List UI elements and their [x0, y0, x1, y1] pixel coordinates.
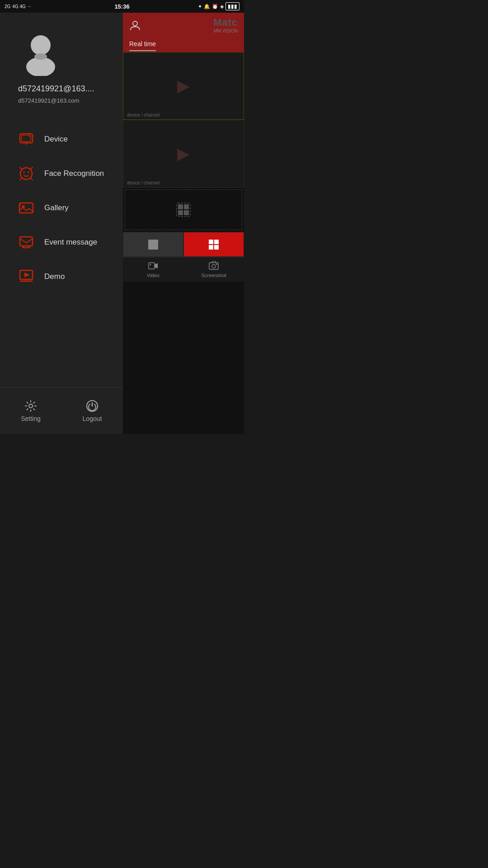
drawer-panel: d572419921@163.... d572419921@163.com De… [0, 13, 123, 434]
add-channel-icon [174, 201, 192, 219]
setting-label: Setting [21, 415, 41, 422]
user-icon [129, 19, 141, 31]
svg-marker-17 [24, 273, 30, 277]
tab-realtime[interactable]: Real time [129, 40, 156, 51]
event-message-icon [18, 234, 34, 250]
menu-item-device[interactable]: Device [0, 122, 123, 156]
right-panel: Matc MM VISION Real time ▶ device / chan… [123, 13, 244, 434]
svg-rect-26 [184, 204, 189, 209]
grid-1-button[interactable] [123, 232, 183, 257]
grid-1-icon [148, 240, 158, 250]
location-icon: ◈ [220, 4, 224, 9]
svg-point-23 [133, 21, 137, 26]
svg-rect-34 [216, 264, 217, 265]
svg-point-9 [23, 171, 25, 173]
status-bar: 2G 4G 4G ··· 15:36 ✦ 🔔 ⏰ ◈ ▮▮▮ [0, 0, 244, 13]
menu-item-gallery[interactable]: Gallery [0, 191, 123, 225]
svg-point-1 [26, 57, 55, 76]
gallery-icon [18, 200, 34, 216]
face-recognition-icon [18, 165, 34, 182]
svg-point-31 [150, 264, 151, 265]
signal-icon: 2G [5, 4, 10, 9]
video-icon [148, 261, 158, 271]
battery-icon: ▮▮▮ [225, 2, 239, 10]
feeds-area: ▶ device / channel ▶ device / channel [123, 52, 244, 434]
svg-rect-27 [178, 210, 183, 215]
screenshot-button[interactable]: Screenshot [183, 257, 244, 282]
more-icon: ··· [28, 4, 31, 9]
bottom-toolbar: Video Screenshot [123, 232, 244, 282]
feed1-placeholder: ▶ [177, 76, 190, 95]
grid-4-button[interactable] [183, 232, 244, 257]
face-recognition-label: Face Recognition [44, 169, 104, 178]
logout-icon [86, 400, 99, 412]
demo-icon [18, 269, 34, 285]
video-label: Video [147, 273, 160, 278]
menu-list: Device Face Recognition Gallery [0, 113, 123, 387]
status-left: 2G 4G 4G ··· [5, 4, 31, 9]
device-icon [18, 131, 34, 147]
setting-button[interactable]: Setting [0, 395, 61, 427]
brand-sub: MM VISION [213, 28, 238, 33]
feed1-label: device / channel [127, 113, 160, 118]
setting-icon [24, 400, 37, 412]
menu-item-event-message[interactable]: Event message [0, 225, 123, 259]
demo-label: Demo [44, 272, 65, 281]
signal-4g-icon: 4G 4G [12, 4, 25, 9]
user-display-name: d572419921@163.... [18, 84, 94, 94]
logout-button[interactable]: Logout [61, 395, 123, 427]
menu-item-demo[interactable]: Demo [0, 259, 123, 294]
menu-item-face-recognition[interactable]: Face Recognition [0, 156, 123, 191]
svg-rect-14 [20, 237, 33, 246]
brand-header: Matc MM VISION [123, 13, 244, 38]
bluetooth-icon: ✦ [198, 4, 202, 9]
event-message-label: Event message [44, 238, 97, 247]
device-label: Device [44, 135, 68, 144]
avatar [18, 31, 63, 76]
svg-rect-25 [178, 204, 183, 209]
video-button[interactable]: Video [123, 257, 183, 282]
svg-rect-29 [149, 263, 155, 269]
svg-point-33 [212, 264, 216, 268]
user-profile-area: d572419921@163.... d572419921@163.com [0, 13, 123, 113]
svg-point-7 [29, 135, 30, 136]
action-buttons: Video Screenshot [123, 257, 244, 282]
screenshot-icon [209, 261, 219, 271]
add-channel-area[interactable] [125, 189, 242, 230]
screenshot-label: Screenshot [201, 273, 226, 278]
status-right: ✦ 🔔 ⏰ ◈ ▮▮▮ [198, 2, 239, 10]
svg-point-2 [34, 53, 47, 60]
camera-feed-2[interactable]: ▶ device / channel [123, 120, 244, 188]
grid-4-icon [209, 240, 219, 250]
alarm-icon: ⏰ [212, 4, 218, 9]
grid-buttons [123, 232, 244, 257]
gallery-label: Gallery [44, 203, 69, 212]
svg-rect-28 [184, 210, 189, 215]
svg-point-20 [29, 404, 33, 408]
svg-rect-11 [19, 203, 33, 213]
realtime-tab-bar: Real time [123, 38, 244, 52]
clock: 15:36 [114, 3, 129, 10]
brand-name: Matc [213, 17, 238, 28]
svg-point-0 [31, 35, 51, 55]
logout-label: Logout [83, 415, 102, 422]
bottom-actions: Setting Logout [0, 387, 123, 434]
bell-icon: 🔔 [204, 4, 210, 9]
svg-point-10 [28, 171, 29, 173]
camera-feed-1[interactable]: ▶ device / channel [123, 52, 244, 120]
feed2-placeholder: ▶ [177, 144, 190, 163]
svg-point-8 [20, 168, 32, 179]
svg-marker-30 [155, 263, 158, 269]
user-email: d572419921@163.com [18, 97, 79, 104]
feed2-label: device / channel [127, 180, 160, 185]
